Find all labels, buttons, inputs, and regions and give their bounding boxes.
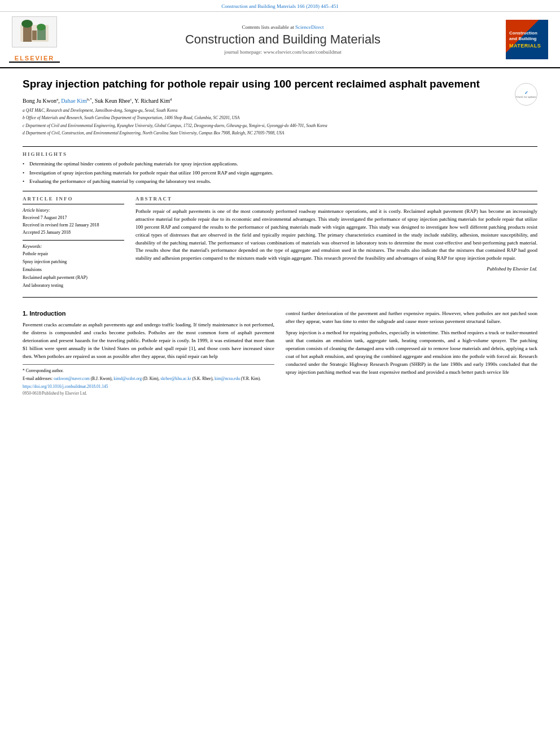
highlights-section: HIGHLIGHTS Determining the optimal binde…	[23, 151, 537, 185]
info-inner-divider	[23, 204, 124, 204]
body-divider	[23, 297, 537, 298]
two-col-body: 1. Introduction Pavement cracks accumula…	[23, 310, 537, 396]
elsevier-brand-text: ELSEVIER	[15, 55, 54, 62]
elsevier-building-logo	[12, 16, 57, 47]
journal-citation-bar: Construction and Building Materials 166 …	[0, 0, 560, 12]
kw-emulsions: Emulsions	[23, 267, 124, 273]
intro-text-col2: control further deterioration of the pav…	[286, 310, 537, 377]
keywords-section: Keywords: Pothole repair Spray injection…	[23, 244, 124, 289]
right-logo-materials: MATERIALS	[509, 43, 545, 49]
intro-heading: 1. Introduction	[23, 310, 274, 317]
article-info: ARTICLE INFO Article history: Received 7…	[23, 196, 124, 291]
history-title: Article history:	[23, 208, 124, 213]
body-col-right: control further deterioration of the pav…	[286, 310, 537, 396]
journal-center: Contents lists available at ScienceDirec…	[65, 24, 500, 55]
intro-text-col1: Pavement cracks accumulate as asphalt pa…	[23, 321, 274, 361]
doi-line[interactable]: https://doi.org/10.1016/j.conbuildmat.20…	[23, 384, 274, 389]
affiliation-c: c Department of Civil and Environmental …	[23, 123, 509, 129]
kw-rap: Reclaimed asphalt pavement (RAP)	[23, 274, 124, 281]
affiliation-d: d Department of Civil, Construction, and…	[23, 130, 509, 136]
highlights-label: HIGHLIGHTS	[23, 151, 537, 157]
authors-line: Bong Ju Kwona, Dahae Kimb,*, Suk Keun Rh…	[23, 97, 509, 104]
footnote-area: * Corresponding author. E-mail addresses…	[23, 364, 274, 396]
paper-title-text: Spray injection patching for pothole rep…	[23, 77, 509, 142]
sciencedirect-link[interactable]: ScienceDirect	[295, 24, 323, 30]
right-logo-construction: Construction and Building	[509, 30, 545, 41]
article-history: Article history: Received 7 August 2017 …	[23, 208, 124, 236]
svg-point-2	[21, 20, 33, 28]
paper-title-section: Spray injection patching for pothole rep…	[23, 77, 537, 142]
right-logo-box: Construction and Building MATERIALS	[506, 20, 548, 59]
svg-rect-5	[32, 30, 37, 40]
svg-point-4	[37, 24, 46, 30]
accepted-date: Accepted 25 January 2018	[23, 229, 124, 235]
body-col-left: 1. Introduction Pavement cracks accumula…	[23, 310, 274, 396]
contents-line: Contents lists available at ScienceDirec…	[65, 24, 500, 30]
journal-header: ELSEVIER Contents lists available at Sci…	[0, 12, 560, 68]
author-rhee: Suk Keun Rheec,	[95, 98, 135, 104]
email-rhee[interactable]: skrhee@khu.ac.kr	[160, 376, 191, 381]
issn-line: 0950-0618/Published by Elsevier Ltd.	[23, 391, 274, 396]
kw-spray: Spray injection patching	[23, 259, 124, 265]
revised-date: Received in revised form 22 January 2018	[23, 222, 124, 228]
citation-text: Construction and Building Materials 166 …	[221, 3, 338, 9]
abstract-section: ABSTRACT Pothole repair of asphalt pavem…	[135, 196, 537, 291]
check-updates-badge[interactable]: ✓ Check for updates	[515, 83, 537, 106]
body-section: 1. Introduction Pavement cracks accumula…	[23, 302, 537, 396]
keywords-title: Keywords:	[23, 244, 124, 249]
abstract-text: Pothole repair of asphalt pavements is o…	[135, 208, 537, 263]
corresponding-author-note: * Corresponding author.	[23, 368, 274, 374]
highlights-list: Determining the optimal binder contents …	[23, 160, 537, 185]
author-kim[interactable]: Dahae Kim	[61, 98, 87, 104]
paper-content: Spray injection patching for pothole rep…	[0, 68, 560, 405]
journal-homepage: journal homepage: www.elsevier.com/locat…	[65, 49, 500, 55]
abstract-label: ABSTRACT	[135, 196, 537, 202]
abstract-inner-divider	[135, 204, 537, 204]
highlight-item-1: Determining the optimal binder contents …	[23, 160, 537, 168]
article-info-divider	[23, 191, 537, 191]
published-by: Published by Elsevier Ltd.	[135, 266, 537, 272]
affiliation-b: b Office of Materials and Research, Sout…	[23, 115, 509, 121]
email-footnote: E-mail addresses: oatkwon@naver.com (B.J…	[23, 376, 274, 382]
abstract-paragraph: Pothole repair of asphalt pavements is o…	[135, 208, 537, 263]
keywords-divider	[23, 240, 124, 241]
badge-check-icon: ✓	[524, 90, 528, 95]
email-richard[interactable]: kim@ncsu.edu	[215, 376, 240, 381]
paper-title: Spray injection patching for pothole rep…	[23, 77, 509, 91]
kw-pothole: Pothole repair	[23, 251, 124, 257]
highlight-item-2: Investigation of spray injection patchin…	[23, 169, 537, 177]
journal-title: Construction and Building Materials	[65, 32, 500, 47]
received-date: Received 7 August 2017	[23, 215, 124, 221]
elsevier-logo-area: ELSEVIER	[9, 16, 60, 63]
highlights-divider	[23, 146, 537, 147]
kw-lab: And laboratory testing	[23, 282, 124, 289]
affiliations: a QAT M&C, Research and Development, Jam…	[23, 107, 509, 136]
journal-right-logo-area: Construction and Building MATERIALS	[506, 20, 551, 59]
badge-label: Check for updates	[516, 95, 536, 99]
email-kwon[interactable]: oatkwon@naver.com	[54, 376, 90, 381]
two-col-info-abstract: ARTICLE INFO Article history: Received 7…	[23, 196, 537, 291]
email-label: E-mail addresses:	[23, 376, 53, 381]
elsevier-svg-icon	[18, 19, 51, 45]
article-info-label: ARTICLE INFO	[23, 196, 124, 202]
highlight-item-3: Evaluating the performance of patching m…	[23, 178, 537, 185]
affiliation-a: a QAT M&C, Research and Development, Jam…	[23, 107, 509, 113]
email-kim[interactable]: kimd@scdot.org	[113, 376, 142, 381]
author-richard: Y. Richard Kimd	[134, 98, 172, 104]
author-kwon: Bong Ju Kwona,	[23, 98, 61, 104]
